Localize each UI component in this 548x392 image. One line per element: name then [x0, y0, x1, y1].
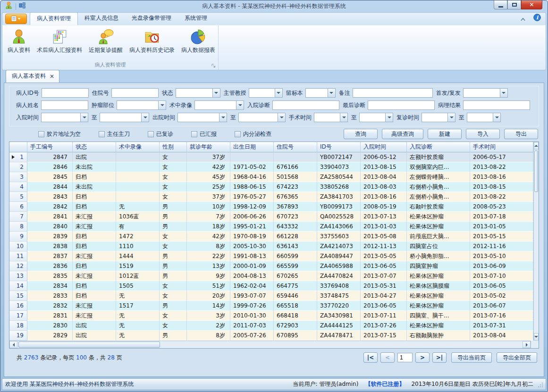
table-row[interactable]: 62842归档无男10岁1998-12-09367893YB0099173200… [9, 202, 533, 212]
ribbon-button-2[interactable]: 术后病人汇报资料 [34, 27, 85, 61]
dropdown-arrow-icon[interactable] [158, 100, 166, 110]
dropdown-arrow-icon[interactable] [236, 100, 244, 110]
table-row[interactable]: 102838归档1110女8岁2005-10-30636143ZA4214073… [9, 242, 533, 251]
horizontal-scroll-thumb[interactable] [18, 342, 160, 348]
search-input[interactable] [368, 100, 435, 110]
search-dropdown[interactable] [176, 88, 220, 98]
dropdown-arrow-icon[interactable] [278, 113, 286, 122]
scroll-down-icon[interactable] [534, 333, 539, 341]
dropdown-value[interactable] [41, 113, 80, 122]
registered-link[interactable]: 【软件已注册】 [365, 380, 405, 388]
dropdown-value[interactable] [467, 113, 493, 122]
search-dropdown[interactable] [41, 113, 88, 122]
maximize-button[interactable] [507, 0, 521, 9]
vertical-scroll-track[interactable] [534, 150, 539, 333]
checkbox-icon[interactable] [38, 131, 44, 137]
dropdown-arrow-icon[interactable] [80, 113, 88, 122]
ribbon-tab-4[interactable]: 系统管理 [178, 12, 214, 25]
checkbox-icon[interactable] [191, 131, 197, 137]
collapse-ribbon-icon[interactable] [520, 14, 526, 23]
horizontal-scrollbar[interactable] [9, 341, 531, 348]
minimize-button[interactable] [494, 0, 507, 9]
table-row[interactable]: 172831未汇报无女3岁2010-01-30668418ZA343098120… [9, 311, 533, 321]
new-button[interactable]: 新建 [428, 129, 462, 139]
search-dropdown[interactable] [359, 113, 393, 122]
advanced-query-button[interactable]: 高级查询 [382, 129, 423, 139]
table-row[interactable]: 112837未汇报1444男22岁1991-08-13660599ZA40894… [9, 251, 533, 261]
filter-checkbox-5[interactable]: 内分泌检查 [235, 130, 271, 138]
table-row[interactable]: 42844未出院女25岁1988-06-15674223338052682013… [9, 182, 533, 192]
column-header-10[interactable]: 入院诊断 [407, 142, 470, 152]
dropdown-value[interactable] [463, 88, 500, 98]
column-header-2[interactable]: 状态 [73, 142, 116, 152]
import-button[interactable]: 导入 [466, 129, 500, 139]
export-button[interactable]: 导出 [504, 129, 538, 139]
close-button[interactable]: ✕ [521, 0, 542, 9]
ribbon-tab-2[interactable]: 科室人员信息 [78, 12, 125, 25]
search-input[interactable] [111, 88, 159, 98]
table-row[interactable]: 122836归档1519男13岁2000-01-09665599ZA406598… [9, 261, 533, 271]
table-row[interactable]: 142834归档1505女51岁1962-02-0466477533769408… [9, 281, 533, 291]
dropdown-value[interactable] [176, 88, 212, 98]
document-tab-patient-basic-info[interactable]: 病人基本资料 ✕ [6, 70, 59, 83]
dropdown-arrow-icon[interactable] [328, 88, 336, 98]
dropdown-arrow-icon[interactable] [447, 113, 455, 122]
search-dropdown[interactable] [305, 88, 336, 98]
ribbon-tab-1[interactable]: 病人资料管理 [30, 12, 78, 25]
scroll-left-icon[interactable] [9, 341, 17, 348]
column-header-5[interactable]: 就诊年龄 [187, 142, 230, 152]
search-dropdown[interactable] [467, 113, 501, 122]
export-all-pages-button[interactable]: 导出全部页 [497, 352, 537, 363]
checkbox-icon[interactable] [235, 131, 241, 137]
dropdown-value[interactable] [100, 113, 141, 122]
checkbox-icon[interactable] [99, 131, 105, 137]
info-icon[interactable]: i [533, 14, 541, 23]
first-page-button[interactable]: |< [363, 352, 378, 363]
table-row[interactable]: 162832未汇报1517男14岁1999-07-266655183377022… [9, 301, 533, 311]
search-dropdown[interactable] [194, 100, 244, 110]
search-input[interactable] [41, 100, 88, 110]
ribbon-button-1[interactable]: 病人资料 [4, 27, 34, 61]
table-row[interactable]: 52843归档女37岁1976-05-27676365ZA38417032013… [9, 192, 533, 202]
filter-checkbox-4[interactable]: 已汇报 [191, 130, 217, 138]
filter-checkbox-1[interactable]: 胶片地址为空 [38, 130, 81, 138]
ribbon-button-5[interactable]: 病人数据报表 [178, 27, 219, 61]
table-row[interactable]: 12847出院女37岁YB00721472006-05-12左额叶胶质瘤2006… [9, 152, 533, 162]
horizontal-scroll-track[interactable] [17, 341, 523, 348]
column-header-4[interactable]: 性别 [160, 142, 187, 152]
table-row[interactable]: 72841未汇报1036蓝男7岁2006-06-26670723QA002552… [9, 212, 533, 222]
dropdown-value[interactable] [359, 113, 385, 122]
dropdown-arrow-icon[interactable] [219, 113, 227, 122]
dropdown-value[interactable] [117, 100, 158, 110]
vertical-scroll-thumb[interactable] [534, 150, 538, 192]
table-row[interactable]: 192829出院无男8岁2005-07-26670895ZA4478471201… [9, 331, 533, 341]
tab-close-icon[interactable]: ✕ [50, 73, 54, 80]
dropdown-value[interactable] [177, 113, 219, 122]
filter-checkbox-2[interactable]: 主任主刀 [99, 130, 130, 138]
table-row[interactable]: 92839归档1472女42岁1970-08-19661228337556032… [9, 232, 533, 242]
table-row[interactable]: 132835未汇报1012蓝男9岁2004-08-13670265ZA44708… [9, 271, 533, 281]
table-row[interactable]: 22846未出院女42岁1971-05-02676166339040732013… [9, 162, 533, 172]
dropdown-arrow-icon[interactable] [385, 113, 393, 122]
app-menu-button[interactable] [5, 14, 27, 24]
last-page-button[interactable]: >| [432, 352, 447, 363]
scroll-up-icon[interactable] [534, 142, 539, 150]
table-row[interactable]: 182830出院无女2岁2011-07-03672903ZA4444125201… [9, 321, 533, 331]
table-row[interactable]: 32845归档女45岁1968-04-16501568ZA25805442013… [9, 172, 533, 182]
dropdown-arrow-icon[interactable] [493, 113, 501, 122]
filter-checkbox-3[interactable]: 已复诊 [148, 130, 173, 138]
search-dropdown[interactable] [463, 88, 508, 98]
dropdown-value[interactable] [238, 113, 278, 122]
export-current-page-button[interactable]: 导出当前页 [451, 352, 492, 363]
dropdown-value[interactable] [305, 88, 328, 98]
column-header-9[interactable]: 入院时间 [361, 142, 407, 152]
next-page-button[interactable]: > [415, 352, 430, 363]
search-dropdown[interactable] [314, 113, 348, 122]
search-input[interactable] [353, 88, 433, 98]
search-dropdown[interactable] [177, 113, 227, 122]
table-row[interactable]: 82840未汇报有男18岁1995-01-21643332ZA414306620… [9, 222, 533, 232]
dropdown-value[interactable] [314, 113, 340, 122]
column-header-6[interactable]: 出生日期 [230, 142, 274, 152]
query-button[interactable]: 查询 [344, 129, 378, 139]
dropdown-arrow-icon[interactable] [500, 88, 508, 98]
